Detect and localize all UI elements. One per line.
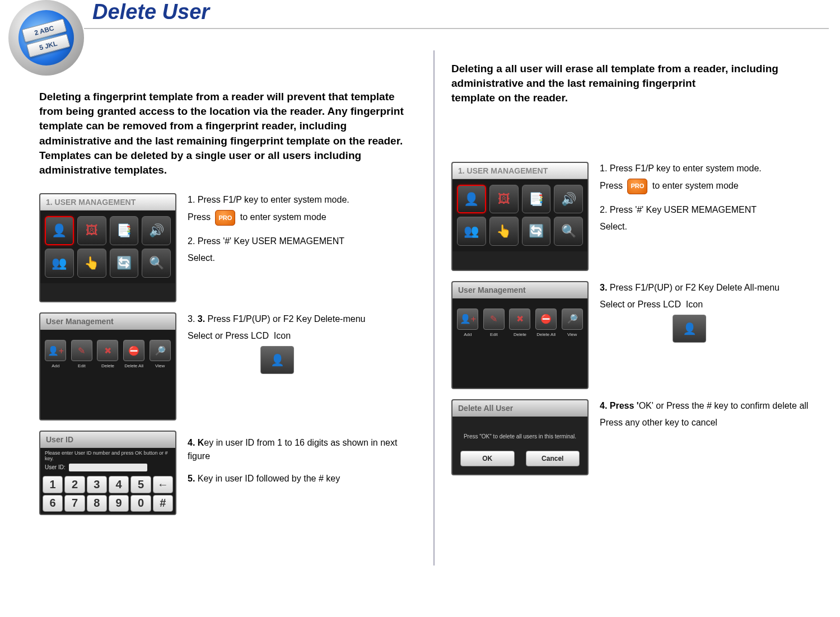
screenshot-menu-icon: ✎ <box>71 340 92 361</box>
device-screenshot: 1. USER MANAGEMENT👤🖼📑🔊👥👆🔄🔍 <box>39 193 176 302</box>
step-line: 3. 3. Press F1/P(UP) or F2 Key Delete-me… <box>188 312 411 326</box>
step-text: Select. <box>600 222 627 231</box>
screenshot-menu-item: 👤+Add <box>456 308 480 337</box>
step-text: Icon <box>271 331 291 340</box>
column-divider <box>433 50 435 565</box>
screenshot-ok-button: OK <box>460 451 515 466</box>
screenshot-menu-label: Edit <box>490 332 498 337</box>
side-logo: IDTI <box>0 516 27 617</box>
step-line: Select. <box>600 220 823 233</box>
screenshot-menu-label: Delete All <box>124 363 143 368</box>
step-text-block: 1. Press F1/P key to enter system mode.P… <box>188 193 417 268</box>
screenshot-menu-label: Add <box>464 332 472 337</box>
right-column: Deleting a all user will erase all templ… <box>451 50 829 617</box>
step-line: Select. <box>188 251 411 265</box>
step-number: 2. <box>188 236 198 246</box>
step-text: Select or Press LCD <box>600 300 683 309</box>
screenshot-key: 5 <box>130 476 151 493</box>
screenshot-key: 1 <box>43 476 63 493</box>
step-line: 1. Press F1/P key to enter system mode. <box>600 162 823 175</box>
screenshot-menu-label: Delete <box>514 332 526 337</box>
left-intro: Deleting a fingerprint template from a r… <box>39 50 417 177</box>
screenshot-menu-icon: ⛔ <box>535 308 557 330</box>
screenshot-menu-item: ✎Edit <box>70 340 94 368</box>
device-screenshot: 1. USER MANAGEMENT👤🖼📑🔊👥👆🔄🔍 <box>451 162 589 271</box>
step-text: Key in user ID followed by the # key <box>195 474 340 483</box>
screenshot-menu-label: Delete All <box>536 332 556 337</box>
step-text: Icon <box>683 300 703 309</box>
screenshot-tile: 🖼 <box>77 216 106 245</box>
step-text: Select or Press LCD <box>188 331 271 340</box>
screenshot-tile: 👤 <box>45 216 74 245</box>
instruction-row: Delete All UserPress "OK" to delete all … <box>451 399 829 475</box>
step-text-block: 3. Press F1/P(UP) or F2 Key Delete All-m… <box>600 281 829 343</box>
columns: Deleting a fingerprint template from a r… <box>39 50 829 617</box>
screenshot-tile: 🔊 <box>554 185 583 214</box>
step-bold: 4. Press ' <box>600 401 639 410</box>
step-line: 2. Press '#' Key USER MEMAGEMENT <box>188 235 411 248</box>
step-bold: 5. <box>188 474 195 483</box>
step-text: Press <box>188 213 213 222</box>
step-text: to enter system mode <box>650 181 738 190</box>
screenshot-key: ← <box>153 476 173 493</box>
screenshot-menu-icon: 🔎 <box>562 308 583 330</box>
screenshot-key: 9 <box>109 495 129 512</box>
screenshot-title: User ID <box>40 432 175 448</box>
step-line: Press any other key to cancel <box>600 416 823 429</box>
page-title: Delete User <box>92 0 209 24</box>
screenshot-title: User Management <box>452 282 587 298</box>
screenshot-dialog-message: Press "OK" to delete all users in this t… <box>452 417 587 445</box>
delete-user-icon <box>673 315 706 343</box>
step-text: ey in user ID from 1 to 16 digits as sho… <box>188 438 397 461</box>
screenshot-tile: 👤 <box>457 185 486 214</box>
step-text: Press '#' Key USER MEMAGEMENT <box>198 236 344 246</box>
step-line: Press PRO to enter system mode <box>600 179 823 194</box>
screenshot-tile: 👥 <box>45 249 74 278</box>
screenshot-key: 7 <box>64 495 85 512</box>
step-text-block: 1. Press F1/P key to enter system mode.P… <box>600 162 829 237</box>
step-bold: 3. <box>600 283 607 292</box>
screenshot-tile: 🔄 <box>110 249 139 278</box>
screenshot-menu-item: ⛔Delete All <box>534 308 558 337</box>
step-number: 1. <box>600 163 610 173</box>
delete-user-icon <box>260 346 294 374</box>
device-screenshot: User IDPlease enter User ID number and p… <box>39 431 176 515</box>
step-text: Press '#' Key USER MEMAGEMENT <box>610 205 757 214</box>
step-line: Press PRO to enter system mode <box>188 210 411 226</box>
instruction-row: 1. USER MANAGEMENT👤🖼📑🔊👥👆🔄🔍1. Press F1/P … <box>39 193 417 302</box>
step-line: 4. Press 'OK' or Press the # key to conf… <box>600 399 823 413</box>
instruction-row: 1. USER MANAGEMENT👤🖼📑🔊👥👆🔄🔍1. Press F1/P … <box>451 162 829 271</box>
screenshot-menu-item: 👤+Add <box>44 340 68 368</box>
step-text: Select. <box>188 253 215 263</box>
screenshot-menu-label: View <box>155 363 165 368</box>
screenshot-menu-icon: ✖ <box>97 340 118 361</box>
screenshot-menu-item: 🔎View <box>560 308 584 337</box>
screenshot-menu-item: 🔎View <box>148 340 172 368</box>
step-bold: 4. K <box>188 438 204 447</box>
step-text: to enter system mode <box>237 213 326 222</box>
screenshot-key: 3 <box>87 476 107 493</box>
screenshot-menu-icon: 🔎 <box>150 340 171 361</box>
device-screenshot: User Management👤+Add✎Edit✖Delete⛔Delete … <box>39 312 176 420</box>
screenshot-menu-label: Delete <box>101 363 114 368</box>
step-line: Select or Press LCD Icon <box>188 329 411 343</box>
step-number: 3. <box>188 314 198 324</box>
screenshot-tile: 👥 <box>457 217 486 246</box>
screenshot-tile: 🔍 <box>142 249 171 278</box>
screenshot-tile: 📑 <box>522 185 551 214</box>
screenshot-menu-icon: 👤+ <box>457 308 478 330</box>
step-line: 2. Press '#' Key USER MEMAGEMENT <box>600 203 823 217</box>
step-line: 5. Key in user ID followed by the # key <box>188 472 411 485</box>
screenshot-tile: 👆 <box>77 249 106 278</box>
step-text: Press F1/P key to enter system mode. <box>198 195 349 204</box>
screenshot-tile: 🔄 <box>522 217 551 246</box>
screenshot-menu-label: Add <box>52 363 59 368</box>
screenshot-menu-icon: ✎ <box>483 308 505 330</box>
step-line: 3. Press F1/P(UP) or F2 Key Delete All-m… <box>600 281 823 295</box>
screenshot-cancel-button: Cancel <box>526 451 580 466</box>
screenshot-tile: 📑 <box>110 216 139 245</box>
right-intro: Deleting a all user will erase all templ… <box>451 50 829 106</box>
instruction-row: User Management👤+Add✎Edit✖Delete⛔Delete … <box>39 312 417 420</box>
screenshot-tile: 👆 <box>489 217 519 246</box>
title-underline <box>84 28 829 29</box>
